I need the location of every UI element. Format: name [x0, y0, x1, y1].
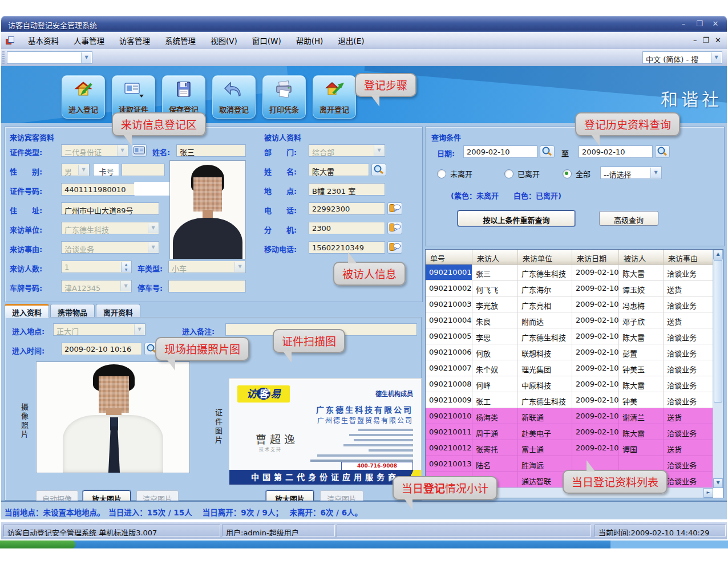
table-cell[interactable]: 送货: [664, 440, 713, 456]
chevron-down-icon[interactable]: ▼: [148, 242, 158, 253]
menu-item[interactable]: 窗口(W): [245, 35, 289, 46]
id-type-combo[interactable]: 二代身份证▼: [61, 144, 128, 157]
column-header[interactable]: 被访人: [619, 250, 664, 265]
print-ticket-button[interactable]: 打印凭条: [262, 75, 306, 119]
table-cell[interactable]: 新联通: [518, 408, 572, 424]
company-combo[interactable]: 广东德生科技▼: [61, 222, 159, 234]
chevron-down-icon[interactable]: ▼: [650, 168, 661, 178]
table-cell[interactable]: 附而达: [518, 312, 572, 328]
place-input[interactable]: B幢 2301 室: [309, 183, 385, 196]
vertical-scrollbar[interactable]: ▲ ▼: [713, 250, 723, 488]
vscroll-thumb[interactable]: [714, 260, 722, 403]
table-row[interactable]: 090210010杨海类新联通2009-02-10谢清兰送货: [426, 408, 713, 424]
column-header[interactable]: 来访人: [472, 250, 518, 265]
table-cell[interactable]: 钟美: [619, 392, 664, 408]
table-cell[interactable]: 钟美玉: [619, 360, 664, 376]
menu-item[interactable]: 视图(V): [203, 35, 245, 46]
mdi-close-icon[interactable]: ✕: [715, 36, 721, 44]
mobile-notify-button[interactable]: [387, 241, 402, 254]
table-cell[interactable]: 090210009: [426, 392, 472, 408]
table-cell[interactable]: 2009-02-10: [572, 376, 619, 392]
column-header[interactable]: 来访日期: [572, 250, 619, 265]
table-cell[interactable]: 何飞飞: [472, 281, 518, 296]
date-to-picker-button[interactable]: [655, 145, 670, 158]
chevron-down-icon[interactable]: ▼: [134, 324, 144, 335]
table-cell[interactable]: 090210006: [426, 344, 472, 360]
table-cell[interactable]: 陈大雷: [619, 424, 664, 440]
table-cell[interactable]: 送货: [664, 408, 713, 424]
restore-icon[interactable]: ❐: [694, 19, 705, 29]
menu-item[interactable]: 系统管理: [157, 35, 203, 46]
enter-register-button[interactable]: 进入登记: [62, 75, 105, 119]
table-cell[interactable]: 090210003: [426, 296, 472, 312]
table-cell[interactable]: 广东亮相: [518, 296, 572, 312]
table-cell[interactable]: 朱个奴: [472, 360, 518, 376]
chevron-down-icon[interactable]: ▼: [374, 145, 384, 156]
menu-item[interactable]: 基本资料: [21, 35, 66, 46]
table-cell[interactable]: 胜海远: [518, 456, 572, 472]
table-cell[interactable]: 邓子欣: [619, 312, 664, 328]
leave-register-button[interactable]: 离开登记: [313, 75, 356, 119]
table-cell[interactable]: 张三: [472, 265, 518, 281]
spinner-arrows-icon[interactable]: ▲▼: [121, 262, 131, 272]
table-cell[interactable]: 送货: [664, 312, 713, 328]
table-cell[interactable]: 广东德生科技: [518, 328, 572, 344]
plate-combo[interactable]: 津A12345▼: [61, 280, 132, 292]
chevron-down-icon[interactable]: ▼: [117, 145, 127, 156]
table-cell[interactable]: 2009-02-10: [572, 424, 619, 440]
chevron-down-icon[interactable]: ▼: [711, 52, 721, 63]
mdi-restore-icon[interactable]: ❐: [702, 36, 709, 44]
phone-notify-button[interactable]: [387, 202, 402, 215]
table-row[interactable]: 090210012张寄托富士通2009-02-10谭国送货: [426, 440, 713, 456]
visitor-name-input[interactable]: 张三: [176, 144, 246, 157]
table-cell[interactable]: 张寄托: [472, 440, 518, 456]
language-selector[interactable]: 中文 (简体) - 搜 ▼: [642, 51, 722, 64]
table-row[interactable]: 090210005李思广东德生科技2009-02-10陈大雷洽谈业务: [426, 328, 713, 344]
entry-time-input[interactable]: 2009-02-10 10:16: [61, 343, 142, 355]
date-from-input[interactable]: 2009-02-10: [463, 145, 537, 158]
column-header[interactable]: 单号: [426, 250, 472, 265]
table-cell[interactable]: 090210010: [426, 408, 472, 424]
requery-button[interactable]: 按以上条件重新查询: [458, 210, 575, 226]
table-row[interactable]: 090210006何放联想科技2009-02-10彭置洽谈业务: [426, 344, 713, 360]
table-cell[interactable]: 2009-02-10: [572, 312, 619, 328]
table-row[interactable]: 090210008何峰中原科技2009-02-10陈大雷洽谈业务: [426, 376, 713, 392]
tab-leave-info[interactable]: 离开资料: [96, 304, 140, 317]
table-cell[interactable]: 洽谈业务: [664, 424, 713, 440]
table-cell[interactable]: 何峰: [472, 376, 518, 392]
phone-input[interactable]: 22992300: [309, 202, 385, 215]
radio-all[interactable]: 全部: [563, 168, 591, 179]
column-header[interactable]: 来访单位: [518, 250, 572, 265]
quick-combo[interactable]: ▼: [7, 51, 92, 64]
table-cell[interactable]: 周于通: [472, 424, 518, 440]
table-cell[interactable]: 广东德生科技: [518, 265, 572, 281]
gender-combo[interactable]: 男▼: [61, 164, 90, 176]
cancel-register-button[interactable]: 取消登记: [212, 75, 256, 119]
table-cell[interactable]: 李光放: [472, 296, 518, 312]
table-row[interactable]: 090210003李光放广东亮相2009-02-10冯惠梅洽谈业务: [426, 296, 713, 312]
count-spinner[interactable]: 1 ▲▼: [61, 261, 132, 273]
scroll-right-icon[interactable]: ►: [703, 488, 713, 498]
menu-item[interactable]: 访客管理: [112, 35, 157, 46]
table-row[interactable]: 090210009张工广东德生科技2009-02-10钟美洽谈业务: [426, 392, 713, 408]
start-button-fragment[interactable]: [0, 540, 75, 548]
table-cell[interactable]: 2009-02-10: [572, 440, 619, 456]
table-cell[interactable]: 联想科技: [518, 344, 572, 360]
table-cell[interactable]: 2009-02-10: [572, 328, 619, 344]
visitee-search-button[interactable]: [371, 164, 386, 176]
table-cell[interactable]: 090210004: [426, 312, 472, 328]
table-cell[interactable]: 090210012: [426, 440, 472, 456]
table-cell[interactable]: 090210001: [426, 265, 472, 281]
radio-not-left[interactable]: 未离开: [437, 168, 472, 179]
table-row[interactable]: 090210004朱良附而达2009-02-10邓子欣送货: [426, 312, 713, 328]
table-row[interactable]: 090210002何飞飞广东海尔2009-02-10谭玉姣送货: [426, 281, 713, 296]
visitee-name-input[interactable]: 陈大雷: [309, 164, 369, 176]
table-cell[interactable]: 洽谈业务: [664, 328, 713, 344]
menu-item[interactable]: 退出(E): [330, 35, 371, 46]
date-from-picker-button[interactable]: [540, 145, 555, 158]
table-cell[interactable]: 洽谈业务: [664, 296, 713, 312]
menu-item[interactable]: 帮助(H): [289, 35, 331, 46]
table-cell[interactable]: 洽谈业务: [664, 456, 713, 472]
table-cell[interactable]: 陆名: [472, 456, 518, 472]
table-cell[interactable]: 2009-02-10: [572, 265, 619, 281]
